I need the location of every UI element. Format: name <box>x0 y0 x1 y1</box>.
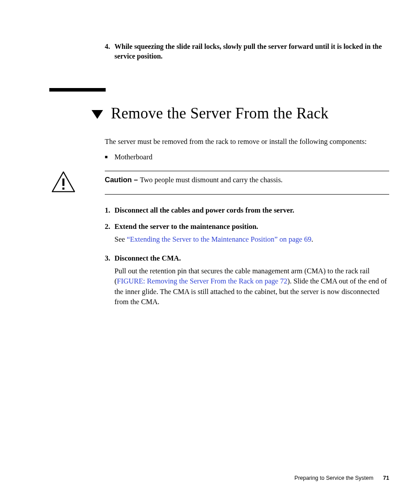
cross-reference-link[interactable]: “Extending the Server to the Maintenance… <box>127 235 311 243</box>
section-intro: The server must be removed from the rack… <box>105 136 389 147</box>
list-item: ■ Motherboard <box>105 152 389 162</box>
section-rule <box>49 88 106 92</box>
triangle-down-icon <box>92 110 103 119</box>
step-paragraph: See “Extending the Server to the Mainten… <box>114 234 389 244</box>
step-title: Disconnect the CMA. <box>114 253 389 263</box>
para-text-before: See <box>114 235 127 243</box>
para-text-after: . <box>311 235 313 243</box>
step-title: Extend the server to the maintenance pos… <box>114 221 389 232</box>
page-footer: Preparing to Service the System 71 <box>295 475 389 481</box>
step-title: Disconnect all the cables and power cord… <box>114 205 389 215</box>
previous-step-4: 4. While squeezing the slide rail locks,… <box>105 42 389 62</box>
bullet-text: Motherboard <box>114 152 152 162</box>
step-paragraph: Pull out the retention pin that secures … <box>114 266 389 306</box>
step-number: 1. <box>105 205 114 218</box>
bullet-marker-icon: ■ <box>105 152 114 162</box>
footer-chapter: Preparing to Service the System <box>295 475 373 481</box>
footer-page-number: 71 <box>383 475 389 481</box>
cross-reference-link[interactable]: FIGURE: Removing the Server From the Rac… <box>117 277 287 285</box>
caution-text: Caution – Two people must dismount and c… <box>105 175 389 185</box>
step-number: 4. <box>105 42 114 62</box>
step-1: 1. Disconnect all the cables and power c… <box>105 205 389 218</box>
caution-body: Two people must dismount and carry the c… <box>140 176 283 184</box>
caution-label: Caution – <box>105 176 140 184</box>
step-number: 2. <box>105 221 114 250</box>
svg-rect-1 <box>63 188 65 190</box>
section-title: Remove the Server From the Rack <box>111 105 328 122</box>
svg-rect-0 <box>63 179 65 186</box>
caution-triangle-icon <box>51 171 76 195</box>
step-number: 3. <box>105 253 114 312</box>
step-text: While squeezing the slide rail locks, sl… <box>114 42 389 62</box>
caution-block: Caution – Two people must dismount and c… <box>49 171 389 195</box>
section-heading: Remove the Server From the Rack <box>92 105 389 122</box>
bullet-list: ■ Motherboard <box>105 152 389 162</box>
step-2: 2. Extend the server to the maintenance … <box>105 221 389 250</box>
step-3: 3. Disconnect the CMA. Pull out the rete… <box>105 253 389 312</box>
